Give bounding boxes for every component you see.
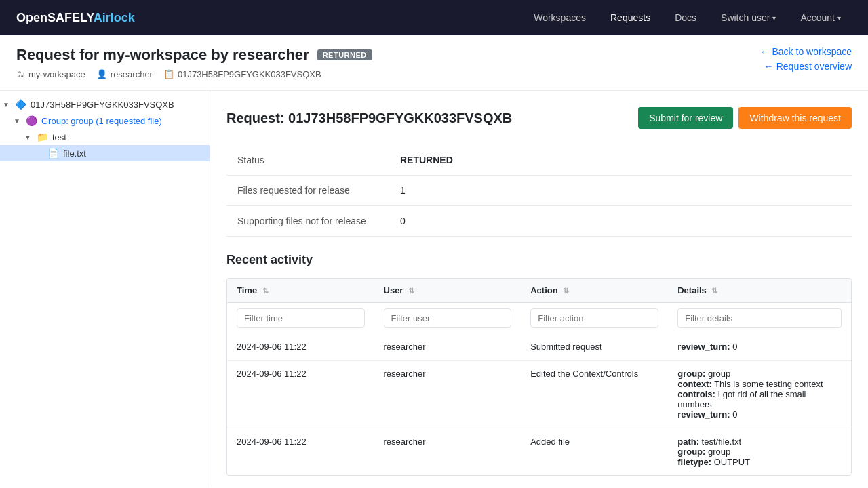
- page-meta: 🗂 my-workspace 👤 researcher 📋 01J73H58FP…: [16, 69, 372, 79]
- logo-airlock: Airlock: [94, 11, 135, 24]
- filter-action-cell: [521, 303, 668, 334]
- toggle-root: ▼: [3, 101, 11, 108]
- meta-user: 👤 researcher: [96, 69, 153, 79]
- status-value: RETURNED: [389, 145, 852, 176]
- row2-action: Edited the Context/Controls: [521, 361, 668, 428]
- filter-row: [227, 303, 851, 334]
- filter-user-input[interactable]: [384, 308, 512, 328]
- table-row: 2024-09-06 11:22 researcher Edited the C…: [227, 361, 851, 428]
- row3-action: Added file: [521, 428, 668, 476]
- sort-icon-time: ⇅: [262, 287, 269, 295]
- request-actions: Submit for review Withdraw this request: [638, 107, 852, 129]
- col-time[interactable]: Time ⇅: [227, 279, 374, 303]
- tree-item-file[interactable]: 📄 file.txt: [0, 145, 210, 161]
- request-title: Request: 01J73H58FP9GFYGKK033FVSQXB: [226, 110, 512, 126]
- back-to-workspace-link[interactable]: ← Back to workspace: [760, 46, 852, 57]
- col-user[interactable]: User ⇅: [374, 279, 521, 303]
- sort-icon-details: ⇅: [711, 287, 717, 295]
- tree-item-test[interactable]: ▼ 📁 test: [0, 129, 210, 145]
- request-overview-link[interactable]: ← Request overview: [764, 61, 852, 72]
- meta-request-id: 📋 01J73H58FP9GFYGKK033FVSQXB: [163, 69, 321, 79]
- detail-key: review_turn:: [677, 409, 730, 420]
- request-icon: 🔷: [15, 99, 26, 110]
- sidebar: ▼ 🔷 01J73H58FP9GFYGKK033FVSQXB ▼ 🟣 Group…: [0, 91, 210, 486]
- files-label: Files requested for release: [226, 176, 389, 206]
- detail-key: controls:: [677, 389, 715, 399]
- row3-user: researcher: [374, 428, 521, 476]
- submit-for-review-button[interactable]: Submit for review: [638, 107, 733, 129]
- filter-action-input[interactable]: [530, 308, 658, 328]
- row1-details: review_turn: 0: [668, 333, 851, 361]
- col-action[interactable]: Action ⇅: [521, 279, 668, 303]
- info-table: Status RETURNED Files requested for rele…: [226, 145, 852, 237]
- detail-key: context:: [677, 379, 712, 389]
- files-row: Files requested for release 1: [226, 176, 852, 206]
- status-label: Status: [226, 145, 389, 176]
- status-badge: RETURNED: [317, 49, 372, 60]
- request-id-icon: 📋: [163, 69, 174, 79]
- tree-root-label: 01J73H58FP9GFYGKK033FVSQXB: [31, 100, 174, 110]
- row2-user: researcher: [374, 361, 521, 428]
- workspace-name: my-workspace: [28, 69, 85, 79]
- filter-time-input[interactable]: [237, 308, 365, 328]
- filter-user-cell: [374, 303, 521, 334]
- detail-line: path: test/file.txt: [677, 436, 842, 447]
- nav-docs[interactable]: Docs: [664, 7, 707, 28]
- supporting-files-value: 0: [389, 206, 852, 237]
- detail-key: review_turn:: [677, 342, 730, 352]
- page-header-right: ← Back to workspace ← Request overview: [760, 46, 852, 72]
- nav-workspaces[interactable]: Workspaces: [523, 7, 597, 28]
- request-id-meta: 01J73H58FP9GFYGKK033FVSQXB: [178, 69, 321, 79]
- page-header-left: Request for my-workspace by researcher R…: [16, 46, 372, 79]
- logo: OpenSAFELYAirlock: [16, 11, 135, 25]
- sort-icon-action: ⇅: [563, 287, 569, 295]
- filter-time-cell: [227, 303, 374, 334]
- user-icon: 👤: [96, 69, 107, 79]
- table-row: 2024-09-06 11:22 researcher Added file p…: [227, 428, 851, 476]
- sort-icon-user: ⇅: [408, 287, 414, 295]
- tree-item-group[interactable]: ▼ 🟣 Group: group (1 requested file): [0, 113, 210, 129]
- nav-account[interactable]: Account ▾: [789, 7, 852, 28]
- nav-switch-user[interactable]: Switch user ▾: [710, 7, 787, 28]
- filter-details-cell: [668, 303, 851, 334]
- group-icon: 🟣: [26, 115, 37, 126]
- row1-time: 2024-09-06 11:22: [227, 333, 374, 361]
- filter-details-input[interactable]: [677, 308, 842, 328]
- row3-details: path: test/file.txt group: group filetyp…: [668, 428, 851, 476]
- page-header: Request for my-workspace by researcher R…: [0, 35, 868, 91]
- detail-line: review_turn: 0: [677, 409, 842, 420]
- layout: ▼ 🔷 01J73H58FP9GFYGKK033FVSQXB ▼ 🟣 Group…: [0, 91, 868, 486]
- page-title-text: Request for my-workspace by researcher: [16, 46, 309, 64]
- tree-item-root[interactable]: ▼ 🔷 01J73H58FP9GFYGKK033FVSQXB: [0, 96, 210, 113]
- recent-activity-title: Recent activity: [226, 253, 852, 267]
- toggle-group: ▼: [14, 117, 22, 125]
- row2-details: group: group context: This is some testi…: [668, 361, 851, 428]
- status-row: Status RETURNED: [226, 145, 852, 176]
- detail-line: group: group: [677, 369, 842, 379]
- nav-links: Workspaces Requests Docs Switch user ▾ A…: [523, 7, 852, 28]
- account-chevron: ▾: [837, 14, 841, 22]
- logo-opensafely: OpenSAFELY: [16, 11, 94, 24]
- detail-key: group:: [677, 369, 705, 379]
- detail-key: group:: [677, 447, 705, 457]
- toggle-test: ▼: [24, 134, 33, 141]
- folder-icon: 📁: [37, 131, 48, 142]
- table-row: 2024-09-06 11:22 researcher Submitted re…: [227, 333, 851, 361]
- request-header: Request: 01J73H58FP9GFYGKK033FVSQXB Subm…: [226, 107, 852, 129]
- file-icon: 📄: [47, 148, 59, 159]
- navigation: OpenSAFELYAirlock Workspaces Requests Do…: [0, 0, 868, 35]
- detail-line: controls: I got rid of all the small num…: [677, 389, 842, 409]
- switch-user-chevron: ▾: [772, 14, 776, 22]
- detail-line: filetype: OUTPUT: [677, 457, 842, 467]
- tree-file-label: file.txt: [63, 148, 86, 159]
- row3-time: 2024-09-06 11:22: [227, 428, 374, 476]
- table-header-row: Time ⇅ User ⇅ Action ⇅ Details ⇅: [227, 279, 851, 303]
- col-details[interactable]: Details ⇅: [668, 279, 851, 303]
- page-title: Request for my-workspace by researcher R…: [16, 46, 372, 64]
- nav-requests[interactable]: Requests: [599, 7, 661, 28]
- detail-line: context: This is some testing context: [677, 379, 842, 389]
- detail-key: path:: [677, 436, 699, 447]
- withdraw-request-button[interactable]: Withdraw this request: [738, 107, 852, 129]
- detail-key: filetype:: [677, 457, 711, 467]
- tree-group-label: Group: group (1 requested file): [41, 116, 162, 126]
